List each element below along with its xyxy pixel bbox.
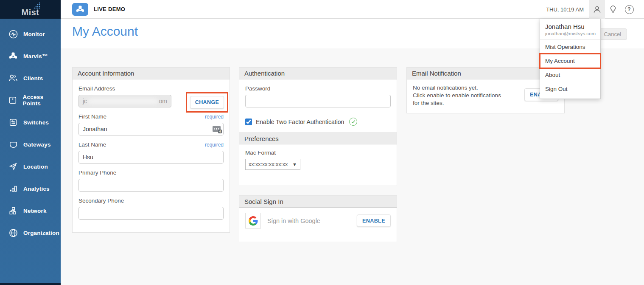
user-name: Jonathan Hsu bbox=[545, 23, 595, 30]
sidebar-bottom-bar bbox=[0, 283, 61, 285]
social-sign-in-header: Social Sign In bbox=[239, 196, 397, 208]
sidebar-item-analytics[interactable]: Analytics bbox=[0, 178, 61, 200]
clock: THU, 10:19 AM bbox=[546, 6, 584, 13]
change-email-button[interactable]: CHANGE bbox=[190, 96, 224, 109]
account-information-header: Account Information bbox=[73, 68, 230, 79]
password-input[interactable] bbox=[245, 95, 391, 107]
first-name-input[interactable] bbox=[78, 123, 224, 135]
org-name[interactable]: LIVE DEMO bbox=[94, 6, 125, 12]
last-name-input[interactable] bbox=[78, 151, 224, 164]
clients-icon bbox=[8, 73, 18, 83]
last-name-label: Last Name bbox=[78, 141, 106, 148]
two-factor-success-icon bbox=[349, 118, 357, 126]
sidebar: Mist Monitor bbox=[0, 0, 61, 285]
menu-item-sign-out[interactable]: Sign Out bbox=[540, 82, 600, 96]
sidebar-item-gateways[interactable]: Gateways bbox=[0, 133, 61, 155]
chevron-down-icon: ▼ bbox=[292, 162, 297, 167]
menu-item-mist-operations[interactable]: Mist Operations bbox=[540, 40, 600, 54]
email-redaction-blur bbox=[88, 98, 158, 104]
org-logo[interactable] bbox=[72, 3, 88, 16]
sidebar-item-monitor[interactable]: Monitor bbox=[0, 23, 61, 45]
gateways-icon bbox=[8, 139, 18, 150]
last-name-required-badge: required bbox=[205, 142, 224, 148]
help-icon: ? bbox=[625, 5, 634, 14]
user-email: jonathan@mistsys.com bbox=[545, 31, 595, 36]
mist-logo-dots-icon bbox=[31, 2, 41, 10]
two-factor-label: Enable Two Factor Authentication bbox=[256, 119, 344, 125]
network-icon bbox=[8, 206, 18, 216]
email-address-label: Email Address bbox=[78, 85, 115, 92]
menu-item-my-account[interactable]: My Account bbox=[540, 54, 600, 68]
monitor-icon bbox=[8, 29, 18, 39]
header-right-cluster: THU, 10:19 AM ? bbox=[546, 0, 644, 19]
user-icon bbox=[592, 5, 602, 14]
sidebar-item-clients[interactable]: Clients bbox=[0, 67, 61, 89]
mist-logo[interactable]: Mist bbox=[0, 0, 61, 19]
password-manager-extension-icon[interactable]: 4 bbox=[213, 126, 221, 132]
first-name-label: First Name bbox=[78, 113, 106, 120]
location-icon bbox=[8, 161, 18, 172]
menu-item-about[interactable]: About bbox=[540, 68, 600, 82]
password-label: Password bbox=[245, 85, 270, 92]
marvis-icon bbox=[8, 51, 18, 61]
sidebar-item-switches[interactable]: Switches bbox=[0, 111, 61, 133]
top-header: LIVE DEMO THU, 10:19 AM ? bbox=[61, 0, 644, 19]
first-name-required-badge: required bbox=[205, 114, 224, 120]
whats-new-button[interactable] bbox=[605, 0, 621, 19]
lightbulb-icon bbox=[608, 5, 618, 14]
google-sign-in-label: Sign in with Google bbox=[267, 217, 357, 224]
authentication-header: Authentication bbox=[239, 68, 397, 79]
sidebar-item-location[interactable]: Location bbox=[0, 155, 61, 178]
mac-format-select[interactable]: xx:xx:xx:xx:xx:xx ▼ bbox=[245, 159, 300, 170]
sidebar-item-access-points[interactable]: Access Points bbox=[0, 89, 61, 111]
secondary-phone-label: Secondary Phone bbox=[78, 198, 124, 204]
switches-icon bbox=[8, 117, 18, 127]
google-enable-button[interactable]: ENABLE bbox=[357, 214, 391, 227]
cancel-button[interactable]: Cancel bbox=[598, 28, 627, 40]
authentication-card: Authentication Password Enable Two Facto… bbox=[239, 67, 397, 186]
email-address-field: jc om bbox=[78, 95, 171, 107]
sidebar-item-network[interactable]: Network bbox=[0, 200, 61, 222]
analytics-icon bbox=[8, 183, 18, 194]
primary-phone-input[interactable] bbox=[78, 179, 224, 192]
secondary-phone-input[interactable] bbox=[78, 207, 224, 220]
organization-icon bbox=[8, 228, 18, 238]
google-logo bbox=[245, 213, 261, 229]
sidebar-item-marvis[interactable]: Marvis™ bbox=[0, 45, 61, 67]
email-notification-message: No email notifications yet. Click enable… bbox=[413, 84, 524, 107]
user-dropdown-menu: Jonathan Hsu jonathan@mistsys.com Mist O… bbox=[540, 19, 601, 99]
two-factor-checkbox[interactable] bbox=[245, 119, 252, 125]
change-button-annotation: CHANGE bbox=[186, 92, 228, 113]
preferences-header: Preferences bbox=[239, 133, 397, 144]
access-points-icon bbox=[8, 95, 18, 105]
help-button[interactable]: ? bbox=[621, 0, 637, 19]
primary-phone-label: Primary Phone bbox=[78, 169, 116, 176]
user-dropdown-profile: Jonathan Hsu jonathan@mistsys.com bbox=[540, 19, 600, 40]
user-menu-button[interactable] bbox=[589, 0, 605, 19]
page-title: My Account bbox=[72, 24, 138, 39]
sidebar-item-organization[interactable]: Organization bbox=[0, 222, 61, 244]
mac-format-label: Mac Format bbox=[245, 150, 276, 156]
sidebar-nav: Monitor Marvis™ Clients bbox=[0, 19, 61, 244]
my-account-page: Mist Monitor bbox=[0, 0, 644, 285]
social-sign-in-card: Social Sign In Sign in with Google ENABL… bbox=[239, 195, 397, 242]
